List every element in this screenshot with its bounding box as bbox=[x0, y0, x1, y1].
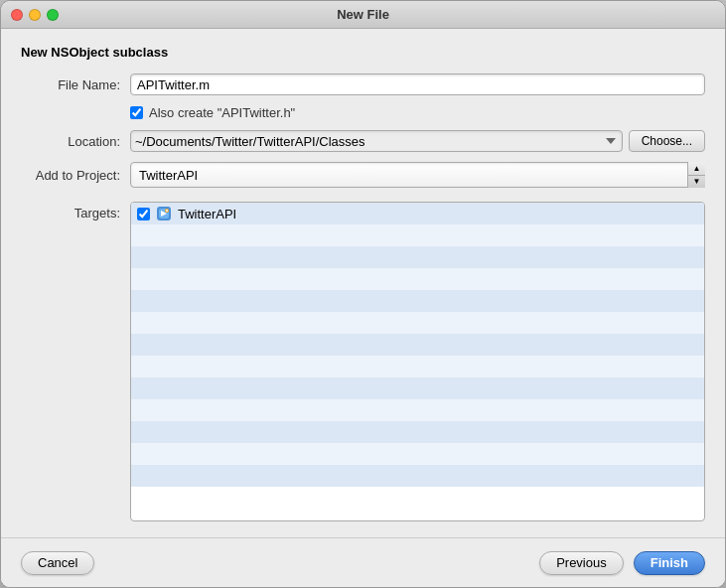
footer-right: Previous Finish bbox=[539, 551, 705, 575]
stepper-down-button[interactable]: ▼ bbox=[688, 176, 705, 189]
maximize-button[interactable] bbox=[47, 9, 59, 21]
target-row-empty-9 bbox=[131, 399, 704, 421]
target-row-empty-12 bbox=[131, 465, 704, 487]
previous-button[interactable]: Previous bbox=[539, 551, 624, 575]
content-area: New NSObject subclass File Name: Also cr… bbox=[1, 29, 725, 537]
project-select-container: TwitterAPI ▲ ▼ bbox=[130, 162, 705, 188]
target-row-empty-8 bbox=[131, 377, 704, 399]
project-select[interactable]: TwitterAPI bbox=[130, 162, 705, 188]
file-name-label: File Name: bbox=[21, 77, 130, 92]
targets-list: TwitterAPI bbox=[130, 202, 705, 521]
minimize-button[interactable] bbox=[29, 9, 41, 21]
add-to-project-row: Add to Project: TwitterAPI ▲ ▼ bbox=[21, 162, 705, 188]
also-create-label: Also create "APITwitter.h" bbox=[149, 105, 295, 120]
target-icon bbox=[156, 206, 172, 221]
file-name-row: File Name: bbox=[21, 74, 705, 95]
location-wrapper: ~/Documents/Twitter/TwitterAPI/Classes C… bbox=[130, 130, 705, 152]
file-name-input[interactable] bbox=[130, 74, 705, 95]
stepper-buttons: ▲ ▼ bbox=[687, 162, 705, 188]
window: New File New NSObject subclass File Name… bbox=[0, 0, 726, 588]
target-row-empty-2 bbox=[131, 246, 704, 268]
target-row-empty-10 bbox=[131, 421, 704, 443]
targets-section: Targets: TwitterAPI bbox=[21, 202, 705, 521]
target-row-empty-3 bbox=[131, 268, 704, 290]
targets-label: Targets: bbox=[21, 202, 130, 521]
add-to-project-label: Add to Project: bbox=[21, 168, 130, 183]
finish-button[interactable]: Finish bbox=[634, 551, 705, 575]
also-create-row: Also create "APITwitter.h" bbox=[130, 105, 705, 120]
target-name-0: TwitterAPI bbox=[178, 207, 236, 221]
target-row-empty-11 bbox=[131, 443, 704, 465]
target-row-empty-1 bbox=[131, 224, 704, 246]
close-button[interactable] bbox=[11, 9, 23, 21]
location-select[interactable]: ~/Documents/Twitter/TwitterAPI/Classes bbox=[130, 130, 623, 152]
traffic-lights bbox=[11, 9, 59, 21]
svg-point-4 bbox=[166, 210, 168, 212]
footer: Cancel Previous Finish bbox=[1, 537, 725, 587]
title-bar: New File bbox=[1, 1, 725, 29]
target-row: TwitterAPI bbox=[131, 203, 704, 224]
choose-button[interactable]: Choose... bbox=[629, 130, 705, 152]
location-row: Location: ~/Documents/Twitter/TwitterAPI… bbox=[21, 130, 705, 152]
target-row-empty-7 bbox=[131, 356, 704, 377]
also-create-checkbox[interactable] bbox=[130, 106, 143, 119]
target-row-empty-6 bbox=[131, 334, 704, 356]
window-title: New File bbox=[337, 7, 389, 22]
stepper-up-button[interactable]: ▲ bbox=[688, 162, 705, 176]
target-checkbox-0[interactable] bbox=[137, 208, 150, 220]
target-row-empty-4 bbox=[131, 290, 704, 312]
location-label: Location: bbox=[21, 134, 130, 149]
cancel-button[interactable]: Cancel bbox=[21, 551, 94, 575]
section-title: New NSObject subclass bbox=[21, 45, 705, 60]
target-row-empty-5 bbox=[131, 312, 704, 334]
